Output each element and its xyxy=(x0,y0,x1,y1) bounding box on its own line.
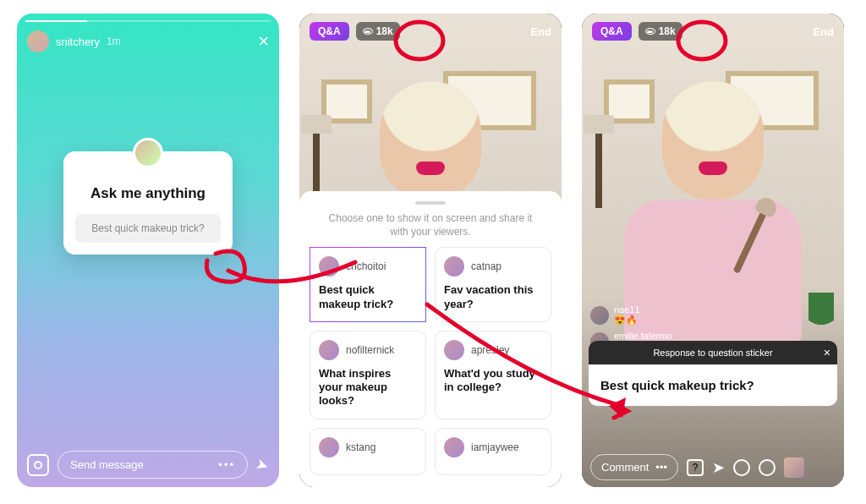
qa-badge[interactable]: Q&A xyxy=(310,22,349,41)
message-input[interactable]: Send message ••• xyxy=(58,451,248,479)
avatar xyxy=(319,437,339,457)
avatar[interactable] xyxy=(27,30,49,52)
sticker-title: Ask me anything xyxy=(75,185,221,202)
eye-icon xyxy=(363,28,373,35)
question-sheet[interactable]: Choose one to show it on screen and shar… xyxy=(299,191,562,487)
comment-username: emilie.talermo xyxy=(614,331,671,341)
question-username: kstang xyxy=(346,441,375,453)
comment-input[interactable]: Comment ••• xyxy=(590,454,678,480)
response-text: Best quick makeup trick? xyxy=(589,364,837,406)
comment-username: nae11 xyxy=(614,304,640,315)
end-button[interactable]: End xyxy=(530,25,551,38)
avatar xyxy=(444,437,464,457)
question-text: What'd you study in college? xyxy=(444,367,542,395)
end-button[interactable]: End xyxy=(813,25,834,38)
gallery-thumb[interactable] xyxy=(784,457,804,478)
more-icon[interactable]: ••• xyxy=(655,461,667,474)
question-card[interactable]: chchoitoiBest quick makeup trick? xyxy=(310,247,426,322)
question-card[interactable]: kstang xyxy=(310,428,426,475)
question-username: chchoitoi xyxy=(346,260,386,272)
sheet-hint: Choose one to show it on screen and shar… xyxy=(310,211,551,247)
sticker-input[interactable]: Best quick makeup trick? xyxy=(75,214,221,243)
sheet-grabber[interactable] xyxy=(415,201,446,205)
timestamp: 1m xyxy=(107,36,121,47)
avatar xyxy=(319,340,339,360)
effects-icon[interactable] xyxy=(759,459,776,476)
send-icon[interactable]: ➤ xyxy=(712,458,725,477)
close-icon[interactable]: × xyxy=(824,346,830,359)
live-comment[interactable]: nae11😍🔥 xyxy=(590,304,671,326)
username[interactable]: snitchery xyxy=(56,36,100,48)
question-username: catnap xyxy=(471,260,502,272)
avatar xyxy=(590,306,609,325)
avatar xyxy=(319,256,339,277)
question-username: apresley xyxy=(471,344,509,356)
question-text: Fav vacation this year? xyxy=(444,283,542,311)
question-card[interactable]: apresleyWhat'd you study in college? xyxy=(435,331,551,419)
question-card[interactable]: nofilternickWhat inspires your makeup lo… xyxy=(310,331,426,419)
view-count[interactable]: 18k xyxy=(356,22,400,41)
close-icon[interactable]: × xyxy=(258,32,269,51)
face-filter-icon[interactable] xyxy=(733,459,750,476)
sticker-avatar xyxy=(133,138,163,168)
camera-icon[interactable] xyxy=(27,454,49,476)
question-picker-panel: Q&A 18k End Choose one to show it on scr… xyxy=(299,14,562,487)
view-count[interactable]: 18k xyxy=(639,22,682,41)
eye-icon xyxy=(645,28,655,35)
send-icon[interactable]: ➤ xyxy=(254,454,272,476)
comment-reaction: 😍🔥 xyxy=(614,315,640,326)
response-header: Response to question sticker xyxy=(653,348,772,358)
question-text: Best quick makeup trick? xyxy=(319,283,417,311)
question-text: What inspires your makeup looks? xyxy=(319,367,417,408)
avatar xyxy=(444,256,464,277)
question-username: nofilternick xyxy=(346,344,394,356)
question-sticker[interactable]: Ask me anything Best quick makeup trick? xyxy=(63,151,233,255)
live-response-panel: Q&A 18k End nae11😍🔥emilie.talermo😍🔥👋 Res… xyxy=(582,14,844,487)
question-username: iamjaywee xyxy=(471,441,519,453)
response-sticker: Response to question sticker × Best quic… xyxy=(589,341,837,406)
message-placeholder: Send message xyxy=(70,458,144,471)
avatar xyxy=(444,340,464,360)
question-card[interactable]: iamjaywee xyxy=(435,428,551,475)
question-card[interactable]: catnapFav vacation this year? xyxy=(435,247,551,322)
qa-badge[interactable]: Q&A xyxy=(592,22,632,41)
more-icon[interactable]: ••• xyxy=(218,458,235,471)
question-icon[interactable]: ? xyxy=(687,459,704,476)
story-panel: snitchery 1m × Ask me anything Best quic… xyxy=(17,14,279,487)
